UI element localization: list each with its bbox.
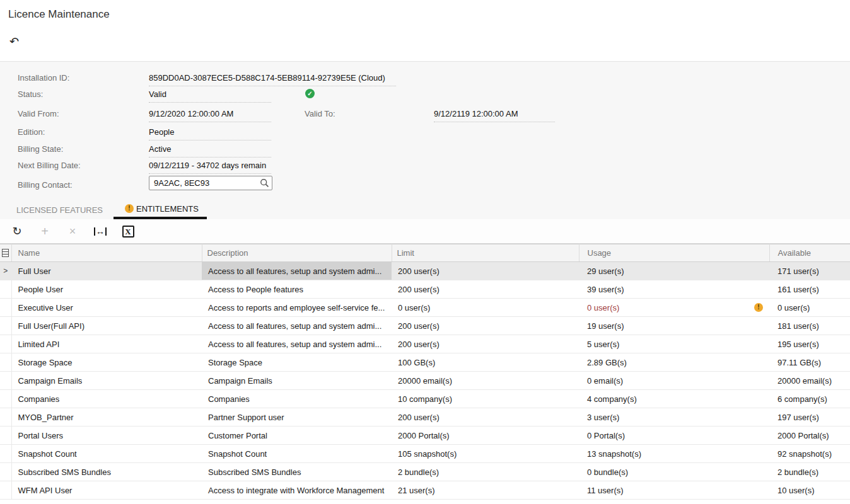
cell-limit[interactable]: 0 user(s) [392, 299, 579, 317]
cell-description[interactable]: Access to all features, setup and system… [202, 335, 392, 353]
cell-name[interactable]: Subscribed SMS Bundles [11, 463, 202, 481]
row-marker[interactable] [0, 427, 11, 445]
cell-name[interactable]: MYOB_Partner [11, 408, 202, 427]
tab-licensed-features[interactable]: LICENSED FEATURES [16, 200, 103, 219]
cell-description[interactable]: Access to integrate with Workforce Manag… [202, 481, 392, 500]
cell-limit[interactable]: 100 GB(s) [392, 353, 579, 372]
cell-description[interactable]: Storage Space [202, 353, 392, 372]
export-excel-button[interactable]: X [119, 222, 137, 240]
cell-description[interactable]: Snapshot Count [202, 445, 392, 463]
table-row[interactable]: Campaign EmailsCampaign Emails20000 emai… [0, 372, 850, 390]
cell-available[interactable]: 2 bundle(s) [769, 463, 850, 481]
cell-name[interactable]: Portal Users [11, 427, 202, 445]
cell-available[interactable]: 10 user(s) [769, 481, 850, 500]
cell-description[interactable]: Access to all features, setup and system… [202, 262, 392, 280]
cell-description[interactable]: Subscribed SMS Bundles [202, 463, 392, 481]
cell-limit[interactable]: 10 company(s) [392, 390, 579, 408]
column-header-description[interactable]: Description [202, 244, 392, 262]
table-row[interactable]: Limited APIAccess to all features, setup… [0, 335, 850, 353]
undo-button[interactable]: ↶ [9, 34, 26, 49]
cell-available[interactable]: 2000 Portal(s) [769, 427, 850, 445]
table-row[interactable]: WFM API UserAccess to integrate with Wor… [0, 481, 850, 500]
table-row[interactable]: Subscribed SMS BundlesSubscribed SMS Bun… [0, 463, 850, 481]
cell-limit[interactable]: 105 snapshot(s) [392, 445, 579, 463]
grid-tools-button[interactable] [0, 244, 11, 262]
cell-name[interactable]: Executive User [11, 299, 202, 317]
cell-limit[interactable]: 200 user(s) [392, 408, 579, 427]
cell-available[interactable]: 181 user(s) [769, 317, 850, 335]
cell-usage[interactable]: 0 email(s) [579, 372, 769, 390]
cell-limit[interactable]: 200 user(s) [392, 262, 579, 280]
table-row[interactable]: Portal UsersCustomer Portal2000 Portal(s… [0, 427, 850, 445]
cell-description[interactable]: Access to People features [202, 280, 392, 299]
cell-limit[interactable]: 200 user(s) [392, 335, 579, 353]
cell-name[interactable]: Campaign Emails [11, 372, 202, 390]
add-row-button[interactable]: + [36, 222, 54, 240]
cell-available[interactable]: 0 user(s) [769, 299, 850, 317]
cell-usage[interactable]: 3 user(s) [579, 408, 769, 427]
billing-contact-input[interactable] [149, 176, 272, 190]
table-row[interactable]: MYOB_PartnerPartner Support user200 user… [0, 408, 850, 427]
fit-width-button[interactable]: ↔ [91, 222, 109, 240]
cell-usage[interactable]: 0 bundle(s) [579, 463, 769, 481]
cell-description[interactable]: Access to all features, setup and system… [202, 317, 392, 335]
row-marker[interactable] [0, 463, 11, 481]
tab-entitlements[interactable]: ! ENTITLEMENTS [114, 200, 207, 219]
cell-name[interactable]: Storage Space [11, 353, 202, 372]
cell-limit[interactable]: 2000 Portal(s) [392, 427, 579, 445]
table-row[interactable]: CompaniesCompanies10 company(s)4 company… [0, 390, 850, 408]
table-row[interactable]: Storage SpaceStorage Space100 GB(s)2.89 … [0, 353, 850, 372]
cell-name[interactable]: Snapshot Count [11, 445, 202, 463]
column-header-usage[interactable]: Usage [579, 244, 769, 262]
cell-name[interactable]: Limited API [11, 335, 202, 353]
cell-usage[interactable]: 19 user(s) [579, 317, 769, 335]
cell-description[interactable]: Campaign Emails [202, 372, 392, 390]
cell-usage[interactable]: 13 snapshot(s) [579, 445, 769, 463]
row-marker[interactable] [0, 353, 11, 372]
table-row[interactable]: Full User(Full API)Access to all feature… [0, 317, 850, 335]
cell-usage[interactable]: 4 company(s) [579, 390, 769, 408]
row-marker[interactable] [0, 408, 11, 427]
cell-name[interactable]: Full User [11, 262, 202, 280]
cell-available[interactable]: 171 user(s) [769, 262, 850, 280]
cell-usage[interactable]: 0 user(s)! [579, 299, 769, 317]
cell-available[interactable]: 20000 email(s) [769, 372, 850, 390]
cell-limit[interactable]: 21 user(s) [392, 481, 579, 500]
row-marker[interactable] [0, 335, 11, 353]
table-row[interactable]: Snapshot CountSnapshot Count105 snapshot… [0, 445, 850, 463]
cell-available[interactable]: 195 user(s) [769, 335, 850, 353]
cell-description[interactable]: Customer Portal [202, 427, 392, 445]
cell-usage[interactable]: 29 user(s) [579, 262, 769, 280]
column-header-limit[interactable]: Limit [392, 244, 579, 262]
refresh-button[interactable]: ↻ [8, 222, 26, 240]
row-marker[interactable] [0, 299, 11, 317]
cell-available[interactable]: 97.11 GB(s) [769, 353, 850, 372]
cell-name[interactable]: WFM API User [11, 481, 202, 500]
cell-limit[interactable]: 200 user(s) [392, 280, 579, 299]
cell-description[interactable]: Partner Support user [202, 408, 392, 427]
table-row[interactable]: >Full UserAccess to all features, setup … [0, 262, 850, 280]
table-row[interactable]: People UserAccess to People features200 … [0, 280, 850, 299]
cell-available[interactable]: 161 user(s) [769, 280, 850, 299]
row-marker[interactable] [0, 445, 11, 463]
row-marker[interactable] [0, 317, 11, 335]
cell-description[interactable]: Access to reports and employee self-serv… [202, 299, 392, 317]
row-marker[interactable]: > [0, 262, 11, 280]
cell-name[interactable]: Companies [11, 390, 202, 408]
cell-usage[interactable]: 39 user(s) [579, 280, 769, 299]
cell-usage[interactable]: 2.89 GB(s) [579, 353, 769, 372]
cell-limit[interactable]: 2 bundle(s) [392, 463, 579, 481]
cell-usage[interactable]: 5 user(s) [579, 335, 769, 353]
row-marker[interactable] [0, 390, 11, 408]
cell-available[interactable]: 6 company(s) [769, 390, 850, 408]
search-icon[interactable] [260, 178, 269, 188]
cell-usage[interactable]: 0 Portal(s) [579, 427, 769, 445]
cell-name[interactable]: People User [11, 280, 202, 299]
cell-limit[interactable]: 20000 email(s) [392, 372, 579, 390]
cell-description[interactable]: Companies [202, 390, 392, 408]
delete-row-button[interactable]: × [64, 222, 81, 240]
cell-available[interactable]: 92 snapshot(s) [769, 445, 850, 463]
cell-available[interactable]: 197 user(s) [769, 408, 850, 427]
table-row[interactable]: Executive UserAccess to reports and empl… [0, 299, 850, 317]
column-header-name[interactable]: Name [11, 244, 202, 262]
